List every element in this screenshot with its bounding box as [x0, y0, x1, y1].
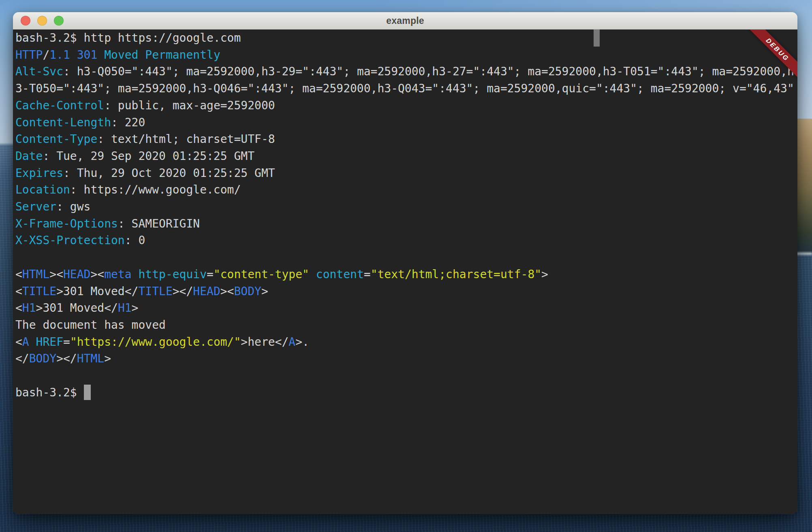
minimize-button[interactable]: [37, 16, 47, 26]
terminal-line: </BODY></HTML>: [15, 350, 797, 367]
close-button[interactable]: [21, 16, 30, 26]
terminal-line: bash-3.2$ http https://google.com: [15, 30, 797, 47]
terminal-line: <HTML><HEAD><meta http-equiv="content-ty…: [15, 266, 797, 283]
terminal-lines: bash-3.2$ http https://google.comHTTP/1.…: [13, 30, 797, 401]
terminal-line: Location: https://www.google.com/: [15, 181, 797, 198]
terminal-cursor: [84, 385, 91, 400]
terminal-line: <TITLE>301 Moved</TITLE></HEAD><BODY>: [15, 283, 797, 300]
terminal-line: HTTP/1.1 301 Moved Permanently: [15, 47, 797, 64]
terminal-line: <H1>301 Moved</H1>: [15, 300, 797, 317]
window-title: example: [386, 15, 424, 26]
terminal-line: X-Frame-Options: SAMEORIGIN: [15, 215, 797, 232]
terminal-line: Expires: Thu, 29 Oct 2020 01:25:25 GMT: [15, 165, 797, 182]
terminal-line: 3-T050=":443"; ma=2592000,h3-Q046=":443"…: [15, 80, 797, 97]
terminal-line: Server: gws: [15, 198, 797, 215]
zoom-button[interactable]: [54, 16, 64, 26]
terminal-line: [15, 367, 797, 384]
terminal-line: [15, 249, 797, 266]
terminal-line: X-XSS-Protection: 0: [15, 232, 797, 249]
terminal-line: Content-Type: text/html; charset=UTF-8: [15, 131, 797, 148]
terminal-line: Cache-Control: public, max-age=2592000: [15, 97, 797, 114]
terminal-line: Date: Tue, 29 Sep 2020 01:25:25 GMT: [15, 148, 797, 165]
mouse-cursor: [594, 30, 600, 47]
traffic-lights: [21, 16, 64, 26]
terminal-content[interactable]: bash-3.2$ http https://google.comHTTP/1.…: [13, 30, 797, 514]
terminal-line: Alt-Svc: h3-Q050=":443"; ma=2592000,h3-2…: [15, 63, 797, 80]
terminal-line: The document has moved: [15, 317, 797, 334]
island-cliff: [795, 119, 812, 253]
terminal-line: Content-Length: 220: [15, 114, 797, 131]
window-titlebar[interactable]: example: [13, 12, 797, 30]
terminal-line: bash-3.2$: [15, 384, 797, 402]
terminal-line: <A HREF="https://www.google.com/">here</…: [15, 334, 797, 351]
terminal-window: example bash-3.2$ http https://google.co…: [13, 12, 797, 514]
